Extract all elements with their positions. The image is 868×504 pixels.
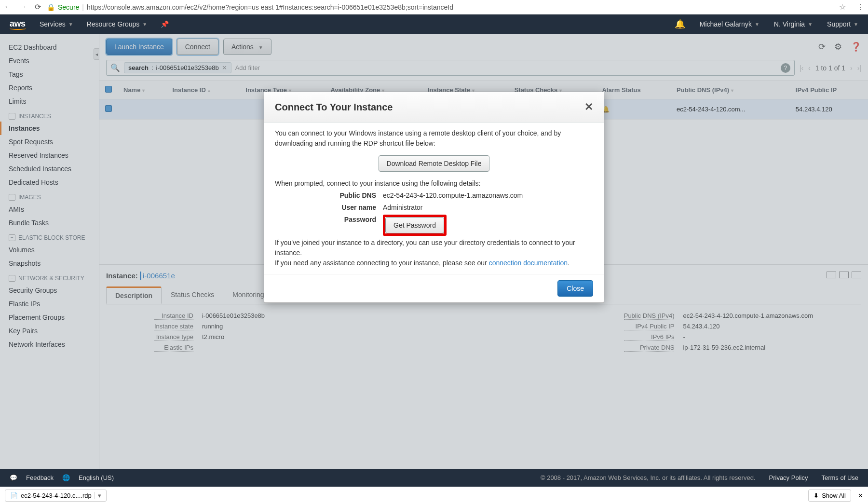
- show-all-label: Show All: [822, 492, 846, 499]
- aws-logo[interactable]: aws: [10, 19, 26, 30]
- label-public-dns: Public DNS: [275, 191, 376, 201]
- download-rdp-button[interactable]: Download Remote Desktop File: [379, 155, 490, 172]
- get-password-button[interactable]: Get Password: [385, 217, 444, 233]
- bookmark-star-icon[interactable]: ☆: [839, 2, 846, 12]
- file-icon: 📄: [10, 492, 18, 499]
- modal-close-icon[interactable]: ✕: [584, 101, 593, 113]
- modal-text-4-suffix: .: [568, 259, 570, 267]
- download-file-chip[interactable]: 📄 ec2-54-243-4-120.c....rdp ▾: [5, 490, 107, 502]
- label-password: Password: [275, 215, 376, 236]
- connection-documentation-link[interactable]: connection documentation: [489, 259, 568, 267]
- value-username: Administrator: [383, 203, 593, 213]
- footer-privacy[interactable]: Privacy Policy: [769, 474, 808, 481]
- globe-icon: 🌐: [62, 474, 70, 481]
- nav-user[interactable]: Michael Galarnyk ▼: [700, 20, 760, 28]
- nav-resource-groups-label: Resource Groups: [87, 20, 140, 28]
- bell-icon[interactable]: 🔔: [675, 19, 685, 29]
- value-public-dns: ec2-54-243-4-120.compute-1.amazonaws.com: [383, 191, 593, 201]
- back-icon[interactable]: ←: [4, 2, 12, 12]
- nav-resource-groups[interactable]: Resource Groups ▼: [87, 20, 148, 28]
- nav-services-label: Services: [40, 20, 66, 28]
- feedback-icon[interactable]: 💬: [10, 474, 17, 481]
- chevron-down-icon[interactable]: ▾: [95, 492, 101, 499]
- show-all-button[interactable]: ⬇ Show All: [808, 490, 851, 502]
- reload-icon[interactable]: ⟳: [35, 2, 41, 12]
- chevron-down-icon: ▼: [755, 22, 760, 27]
- pin-icon[interactable]: 📌: [161, 20, 169, 28]
- secure-label: Secure: [58, 3, 79, 11]
- footer: 💬 Feedback 🌐 English (US) © 2008 - 2017,…: [0, 469, 868, 487]
- connect-modal: Connect To Your Instance ✕ You can conne…: [264, 92, 604, 303]
- get-password-highlight: Get Password: [383, 215, 447, 236]
- modal-text-2: When prompted, connect to your instance …: [275, 178, 593, 189]
- modal-title: Connect To Your Instance: [275, 102, 393, 113]
- forward-icon[interactable]: →: [19, 2, 27, 12]
- nav-region-label: N. Virginia: [774, 20, 805, 28]
- download-filename: ec2-54-243-4-120.c....rdp: [21, 492, 92, 499]
- modal-text-4-prefix: If you need any assistance connecting to…: [275, 259, 489, 267]
- nav-region[interactable]: N. Virginia ▼: [774, 20, 813, 28]
- download-bar: 📄 ec2-54-243-4-120.c....rdp ▾ ⬇ Show All…: [0, 487, 868, 504]
- nav-support[interactable]: Support ▼: [827, 20, 858, 28]
- nav-services[interactable]: Services ▼: [40, 20, 73, 28]
- footer-copyright: © 2008 - 2017, Amazon Web Services, Inc.…: [541, 474, 756, 481]
- modal-close-button[interactable]: Close: [557, 280, 593, 297]
- modal-text-3: If you've joined your instance to a dire…: [275, 238, 593, 258]
- modal-text-1: You can connect to your Windows instance…: [275, 128, 593, 149]
- url-text[interactable]: https://console.aws.amazon.com/ec2/v2/ho…: [87, 3, 453, 11]
- aws-top-nav: aws Services ▼ Resource Groups ▼ 📌 🔔 Mic…: [0, 14, 868, 34]
- chevron-down-icon: ▼: [854, 22, 858, 27]
- nav-user-label: Michael Galarnyk: [700, 20, 752, 28]
- close-download-bar-icon[interactable]: ✕: [858, 492, 863, 499]
- modal-overlay: Connect To Your Instance ✕ You can conne…: [0, 34, 868, 469]
- modal-text-4: If you need any assistance connecting to…: [275, 258, 593, 268]
- nav-support-label: Support: [827, 20, 851, 28]
- lock-icon: 🔒: [47, 3, 55, 11]
- footer-terms[interactable]: Terms of Use: [821, 474, 858, 481]
- browser-bar: ← → ⟳ 🔒 Secure | https://console.aws.ama…: [0, 0, 868, 14]
- footer-language[interactable]: English (US): [79, 474, 114, 481]
- menu-icon[interactable]: ⋮: [856, 2, 864, 12]
- download-icon: ⬇: [814, 492, 819, 499]
- label-username: User name: [275, 203, 376, 213]
- chevron-down-icon: ▼: [68, 22, 73, 27]
- chevron-down-icon: ▼: [808, 22, 813, 27]
- chevron-down-icon: ▼: [142, 22, 147, 27]
- footer-feedback[interactable]: Feedback: [26, 474, 54, 481]
